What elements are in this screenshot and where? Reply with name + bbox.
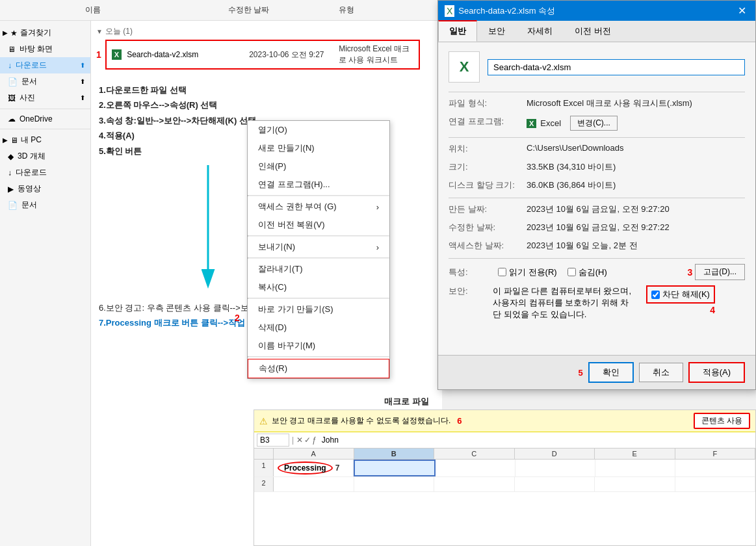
menu-create-shortcut[interactable]: 바로 가기 만들기(S) — [248, 300, 389, 318]
sidebar-item-pictures[interactable]: 🖼 사진 ⬆ — [0, 90, 90, 106]
sidebar-item-downloads[interactable]: ↓ 다운로드 ⬆ — [0, 57, 90, 73]
cell-C2[interactable] — [434, 477, 515, 491]
readonly-checkbox[interactable] — [498, 268, 506, 276]
dialog-body: X 파일 형식: Microsoft Excel 매크로 사용 워크시트(.xl… — [438, 42, 755, 355]
cell-D2[interactable] — [515, 477, 595, 491]
sidebar: ▶ ★ 즐겨찾기 🖥 바탕 화면 ↓ 다운로드 ⬆ 📄 문서 ⬆ 🖼 사진 ⬆ … — [0, 21, 91, 546]
sidebar-mypc-header[interactable]: ▶ 🖥 내 PC — [0, 132, 90, 148]
sidebar-pictures-label: 사진 — [20, 92, 35, 103]
menu-copy-label: 복사(C) — [258, 281, 287, 293]
down-arrow-svg — [189, 165, 228, 289]
tab-general[interactable]: 일반 — [438, 20, 477, 42]
created-value: 2023년 10월 6일 금요일, 오전 9:27:20 — [527, 203, 670, 215]
filename-input[interactable] — [488, 59, 745, 75]
menu-restore-previous[interactable]: 이전 버전 복원(V) — [248, 216, 389, 234]
menu-delete-label: 삭제(D) — [258, 322, 287, 333]
cell-F2[interactable] — [675, 477, 756, 491]
menu-print[interactable]: 인쇄(P) — [248, 157, 389, 176]
cell-B1[interactable] — [354, 460, 436, 476]
sidebar-favorites-header[interactable]: ▶ ★ 즐겨찾기 — [0, 25, 90, 41]
unblock-checkbox-container[interactable]: 차단 해제(K) — [646, 285, 715, 304]
menu-properties[interactable]: 속성(R) — [248, 359, 389, 378]
warning-icon: ⚠ — [259, 416, 268, 426]
menu-rename-label: 이름 바꾸기(M) — [258, 340, 315, 352]
cell-A1[interactable]: Processing 7 — [274, 460, 354, 476]
menu-copy[interactable]: 복사(C) — [248, 278, 389, 296]
confirm-button[interactable]: 확인 — [588, 362, 634, 383]
formula-input[interactable] — [319, 434, 753, 446]
location-value: C:\Users\User\Downloads — [527, 143, 624, 155]
arrow-container — [189, 165, 228, 289]
sidebar-item-onedrive[interactable]: ☁ OneDrive — [0, 112, 90, 126]
excel-formula-bar: | ✕ ✓ ƒ — [254, 432, 755, 448]
dialog-tabs: 일반 보안 자세히 이전 버전 — [438, 21, 755, 42]
apply-button[interactable]: 적용(A) — [688, 362, 745, 383]
cell-F1[interactable] — [675, 460, 755, 476]
cell-E2[interactable] — [595, 477, 675, 491]
col-header-B[interactable]: B — [354, 448, 435, 459]
today-label: 오늘 (1) — [105, 26, 133, 37]
processing-oval[interactable]: Processing — [278, 462, 333, 474]
menu-delete[interactable]: 삭제(D) — [248, 318, 389, 337]
row-header-spacer — [254, 448, 274, 459]
col-header-C[interactable]: C — [434, 448, 515, 459]
readonly-checkbox-row: 읽기 전용(R) — [498, 266, 557, 278]
tab-details[interactable]: 자세히 — [516, 21, 564, 42]
menu-rename[interactable]: 이름 바꾸기(M) — [248, 337, 389, 355]
enable-content-button[interactable]: 콘텐츠 사용 — [694, 413, 750, 429]
hidden-checkbox-row: 숨김(H) — [567, 266, 607, 278]
tab-security[interactable]: 보안 — [477, 21, 516, 42]
macro-file-label: 매크로 파일 — [384, 396, 429, 408]
menu-print-label: 인쇄(P) — [258, 161, 286, 172]
cell-E1[interactable] — [595, 460, 675, 476]
sidebar-item-documents2[interactable]: 📄 문서 — [0, 197, 90, 213]
menu-open[interactable]: 열기(O) — [248, 121, 389, 139]
menu-create-shortcut-label: 바로 가기 만들기(S) — [258, 304, 333, 315]
col-header-name[interactable]: 이름 — [85, 5, 215, 16]
menu-open-with[interactable]: 연결 프로그램(H)... — [248, 176, 389, 194]
sidebar-item-documents[interactable]: 📄 문서 ⬆ — [0, 73, 90, 90]
file-name: Search-data-v2.xlsm — [127, 50, 244, 59]
menu-send-to[interactable]: 보내기(N) › — [248, 238, 389, 256]
sidebar-favorites-label: 즐겨찾기 — [20, 27, 51, 38]
sidebar-item-downloads2[interactable]: ↓ 다운로드 — [0, 164, 90, 181]
file-date: 2023-10-06 오전 9:27 — [249, 49, 333, 60]
tab-prev-versions[interactable]: 이전 버전 — [564, 21, 622, 42]
excel-warning-text: 보안 경고 매크로를 사용할 수 없도록 설정했습니다. — [272, 415, 450, 426]
dialog-close-button[interactable]: ✕ — [735, 5, 749, 17]
unblock-label: 차단 해제(K) — [662, 289, 710, 300]
hidden-checkbox[interactable] — [567, 268, 576, 276]
menu-cut[interactable]: 잘라내기(T) — [248, 260, 389, 278]
excel-row-2: 2 — [254, 477, 755, 492]
mypc-icon: 🖥 — [10, 136, 18, 145]
function-icon[interactable]: ƒ — [312, 436, 317, 445]
col-header-date[interactable]: 수정한 날짜 — [228, 5, 326, 16]
context-menu[interactable]: 열기(O) 새로 만들기(N) 인쇄(P) 연결 프로그램(H)... 액세스 … — [247, 120, 390, 379]
program-name: Excel — [540, 118, 561, 128]
unblock-checkbox-input[interactable] — [651, 291, 660, 299]
cell-B2[interactable] — [354, 477, 435, 491]
advanced-button[interactable]: 고급(D)... — [695, 264, 745, 280]
file-format-label: 파일 형식: — [449, 98, 527, 109]
cancel-formula-icon[interactable]: ✕ — [296, 436, 303, 445]
file-row[interactable]: X Search-data-v2.xlsm 2023-10-06 오전 9:27… — [105, 40, 420, 70]
menu-grant-access[interactable]: 액세스 권한 부여 (G) › — [248, 198, 389, 216]
sidebar-item-background[interactable]: 🖥 바탕 화면 — [0, 41, 90, 57]
sidebar-item-videos[interactable]: ▶ 동영상 — [0, 181, 90, 197]
cell-ref-input[interactable] — [257, 434, 289, 447]
downloads-icon: ↓ — [8, 61, 12, 70]
cancel-button[interactable]: 취소 — [639, 363, 683, 382]
change-program-button[interactable]: 변경(C)... — [570, 116, 618, 131]
cell-D1[interactable] — [515, 460, 595, 476]
cell-A2[interactable] — [274, 477, 354, 491]
col-header-E[interactable]: E — [595, 448, 675, 459]
cell-C1[interactable] — [436, 460, 515, 476]
sidebar-item-3d[interactable]: ◆ 3D 개체 — [0, 148, 90, 164]
confirm-formula-icon[interactable]: ✓ — [304, 436, 311, 445]
col-header-D[interactable]: D — [515, 448, 595, 459]
col-header-A[interactable]: A — [274, 448, 354, 459]
col-header-type[interactable]: 유형 — [339, 5, 436, 16]
col-header-F[interactable]: F — [675, 448, 756, 459]
menu-new[interactable]: 새로 만들기(N) — [248, 139, 389, 157]
downloads2-icon: ↓ — [8, 168, 12, 177]
